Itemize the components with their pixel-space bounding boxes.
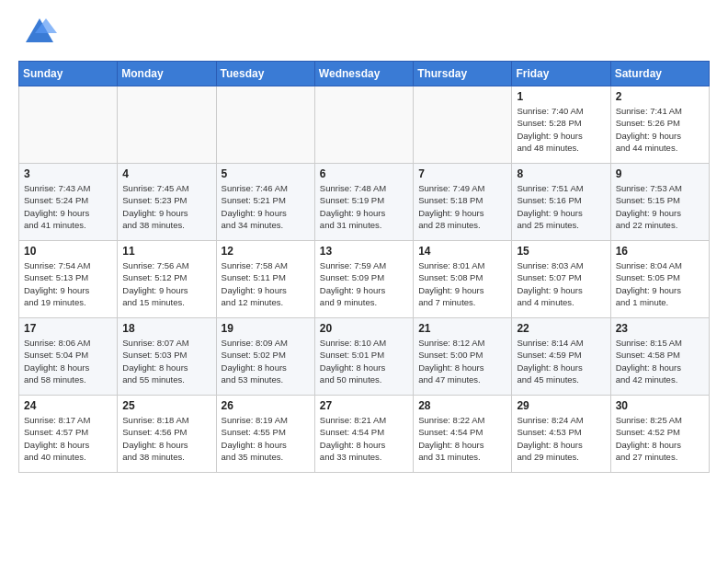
day-info: Sunrise: 7:53 AM Sunset: 5:15 PM Dayligh… (616, 182, 704, 231)
day-number: 27 (320, 399, 408, 412)
calendar-cell: 26Sunrise: 8:19 AM Sunset: 4:55 PM Dayli… (216, 396, 314, 473)
day-info: Sunrise: 8:15 AM Sunset: 4:58 PM Dayligh… (616, 337, 704, 385)
day-info: Sunrise: 7:58 AM Sunset: 5:11 PM Dayligh… (222, 259, 310, 308)
day-number: 28 (418, 399, 506, 412)
calendar-cell: 20Sunrise: 8:10 AM Sunset: 5:01 PM Dayli… (314, 318, 413, 396)
calendar-cell: 21Sunrise: 8:12 AM Sunset: 5:00 PM Dayli… (414, 318, 512, 396)
day-number: 5 (222, 167, 310, 180)
calendar-cell: 28Sunrise: 8:22 AM Sunset: 4:54 PM Dayli… (414, 396, 512, 473)
calendar-cell: 12Sunrise: 7:58 AM Sunset: 5:11 PM Dayli… (216, 241, 314, 318)
day-info: Sunrise: 8:07 AM Sunset: 5:03 PM Dayligh… (122, 337, 210, 385)
calendar-cell: 7Sunrise: 7:49 AM Sunset: 5:18 PM Daylig… (414, 164, 512, 241)
calendar-cell (216, 86, 314, 164)
day-number: 1 (517, 90, 605, 103)
day-number: 9 (616, 167, 704, 180)
calendar-cell: 25Sunrise: 8:18 AM Sunset: 4:56 PM Dayli… (118, 396, 216, 473)
day-number: 10 (24, 245, 112, 258)
day-info: Sunrise: 8:12 AM Sunset: 5:00 PM Dayligh… (418, 337, 506, 385)
day-info: Sunrise: 8:24 AM Sunset: 4:53 PM Dayligh… (517, 414, 605, 463)
calendar-cell: 6Sunrise: 7:48 AM Sunset: 5:19 PM Daylig… (314, 164, 413, 241)
day-number: 4 (122, 167, 210, 180)
calendar-cell: 9Sunrise: 7:53 AM Sunset: 5:15 PM Daylig… (610, 164, 709, 241)
weekday-header: Monday (118, 62, 216, 86)
day-info: Sunrise: 8:09 AM Sunset: 5:02 PM Dayligh… (222, 337, 310, 385)
day-info: Sunrise: 8:17 AM Sunset: 4:57 PM Dayligh… (24, 414, 112, 463)
header (18, 15, 710, 50)
day-number: 14 (418, 245, 506, 258)
calendar-cell: 23Sunrise: 8:15 AM Sunset: 4:58 PM Dayli… (610, 318, 709, 396)
day-info: Sunrise: 7:56 AM Sunset: 5:12 PM Dayligh… (122, 259, 210, 308)
day-number: 6 (320, 167, 408, 180)
calendar-cell: 13Sunrise: 7:59 AM Sunset: 5:09 PM Dayli… (314, 241, 413, 318)
day-number: 20 (320, 322, 408, 335)
day-number: 16 (616, 245, 704, 258)
calendar-cell (314, 86, 413, 164)
calendar-cell: 29Sunrise: 8:24 AM Sunset: 4:53 PM Dayli… (512, 396, 610, 473)
day-number: 7 (418, 167, 506, 180)
calendar-cell: 10Sunrise: 7:54 AM Sunset: 5:13 PM Dayli… (19, 241, 118, 318)
calendar-row: 1Sunrise: 7:40 AM Sunset: 5:28 PM Daylig… (19, 86, 710, 164)
logo (18, 15, 57, 50)
day-info: Sunrise: 8:25 AM Sunset: 4:52 PM Dayligh… (616, 414, 704, 463)
day-info: Sunrise: 7:48 AM Sunset: 5:19 PM Dayligh… (320, 182, 408, 231)
day-number: 17 (24, 322, 112, 335)
calendar-cell (19, 86, 118, 164)
day-number: 11 (122, 245, 210, 258)
day-info: Sunrise: 8:14 AM Sunset: 4:59 PM Dayligh… (517, 337, 605, 385)
day-info: Sunrise: 8:19 AM Sunset: 4:55 PM Dayligh… (222, 414, 310, 463)
day-number: 25 (122, 399, 210, 412)
day-number: 8 (517, 167, 605, 180)
calendar-cell: 11Sunrise: 7:56 AM Sunset: 5:12 PM Dayli… (118, 241, 216, 318)
day-number: 15 (517, 245, 605, 258)
day-number: 21 (418, 322, 506, 335)
calendar-row: 3Sunrise: 7:43 AM Sunset: 5:24 PM Daylig… (19, 164, 710, 241)
day-info: Sunrise: 8:21 AM Sunset: 4:54 PM Dayligh… (320, 414, 408, 463)
calendar-cell: 22Sunrise: 8:14 AM Sunset: 4:59 PM Dayli… (512, 318, 610, 396)
calendar-cell: 4Sunrise: 7:45 AM Sunset: 5:23 PM Daylig… (118, 164, 216, 241)
weekday-header: Tuesday (216, 62, 314, 86)
day-info: Sunrise: 7:41 AM Sunset: 5:26 PM Dayligh… (616, 105, 704, 154)
calendar-row: 24Sunrise: 8:17 AM Sunset: 4:57 PM Dayli… (19, 396, 710, 473)
calendar-cell: 3Sunrise: 7:43 AM Sunset: 5:24 PM Daylig… (19, 164, 118, 241)
calendar: SundayMondayTuesdayWednesdayThursdayFrid… (18, 61, 710, 473)
weekday-header: Friday (512, 62, 610, 86)
day-info: Sunrise: 8:06 AM Sunset: 5:04 PM Dayligh… (24, 337, 112, 385)
day-number: 23 (616, 322, 704, 335)
calendar-cell: 17Sunrise: 8:06 AM Sunset: 5:04 PM Dayli… (19, 318, 118, 396)
day-info: Sunrise: 8:22 AM Sunset: 4:54 PM Dayligh… (418, 414, 506, 463)
calendar-cell: 8Sunrise: 7:51 AM Sunset: 5:16 PM Daylig… (512, 164, 610, 241)
calendar-cell: 18Sunrise: 8:07 AM Sunset: 5:03 PM Dayli… (118, 318, 216, 396)
day-number: 30 (616, 399, 704, 412)
calendar-row: 10Sunrise: 7:54 AM Sunset: 5:13 PM Dayli… (19, 241, 710, 318)
calendar-cell: 19Sunrise: 8:09 AM Sunset: 5:02 PM Dayli… (216, 318, 314, 396)
day-number: 26 (222, 399, 310, 412)
day-number: 13 (320, 245, 408, 258)
day-number: 2 (616, 90, 704, 103)
day-info: Sunrise: 7:51 AM Sunset: 5:16 PM Dayligh… (517, 182, 605, 231)
day-info: Sunrise: 7:46 AM Sunset: 5:21 PM Dayligh… (222, 182, 310, 231)
day-number: 3 (24, 167, 112, 180)
weekday-header: Saturday (610, 62, 709, 86)
calendar-cell (414, 86, 512, 164)
day-number: 29 (517, 399, 605, 412)
calendar-cell: 5Sunrise: 7:46 AM Sunset: 5:21 PM Daylig… (216, 164, 314, 241)
day-number: 12 (222, 245, 310, 258)
day-number: 22 (517, 322, 605, 335)
day-number: 24 (24, 399, 112, 412)
calendar-cell: 2Sunrise: 7:41 AM Sunset: 5:26 PM Daylig… (610, 86, 709, 164)
day-info: Sunrise: 7:54 AM Sunset: 5:13 PM Dayligh… (24, 259, 112, 308)
page: SundayMondayTuesdayWednesdayThursdayFrid… (0, 0, 728, 482)
day-number: 19 (222, 322, 310, 335)
day-number: 18 (122, 322, 210, 335)
calendar-cell: 24Sunrise: 8:17 AM Sunset: 4:57 PM Dayli… (19, 396, 118, 473)
day-info: Sunrise: 8:03 AM Sunset: 5:07 PM Dayligh… (517, 259, 605, 308)
day-info: Sunrise: 7:40 AM Sunset: 5:28 PM Dayligh… (517, 105, 605, 154)
day-info: Sunrise: 7:45 AM Sunset: 5:23 PM Dayligh… (122, 182, 210, 231)
calendar-cell: 1Sunrise: 7:40 AM Sunset: 5:28 PM Daylig… (512, 86, 610, 164)
logo-icon (22, 15, 57, 50)
day-info: Sunrise: 8:10 AM Sunset: 5:01 PM Dayligh… (320, 337, 408, 385)
calendar-cell: 14Sunrise: 8:01 AM Sunset: 5:08 PM Dayli… (414, 241, 512, 318)
weekday-header: Sunday (19, 62, 118, 86)
calendar-cell (118, 86, 216, 164)
weekday-header: Thursday (414, 62, 512, 86)
